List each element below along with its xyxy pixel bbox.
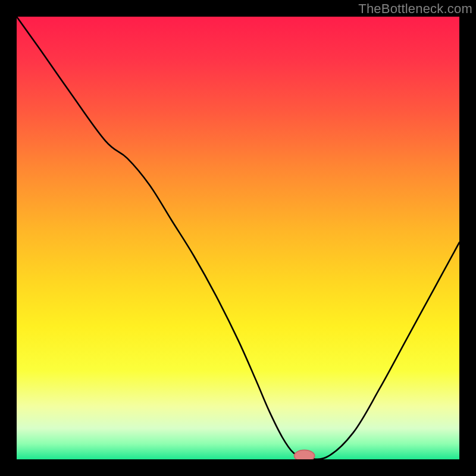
optimal-marker: [294, 450, 314, 459]
chart-svg: [17, 17, 459, 459]
chart-frame: TheBottleneck.com: [0, 0, 476, 476]
watermark-text: TheBottleneck.com: [358, 1, 472, 17]
gradient-background: [17, 17, 459, 459]
plot-area: [17, 17, 459, 459]
